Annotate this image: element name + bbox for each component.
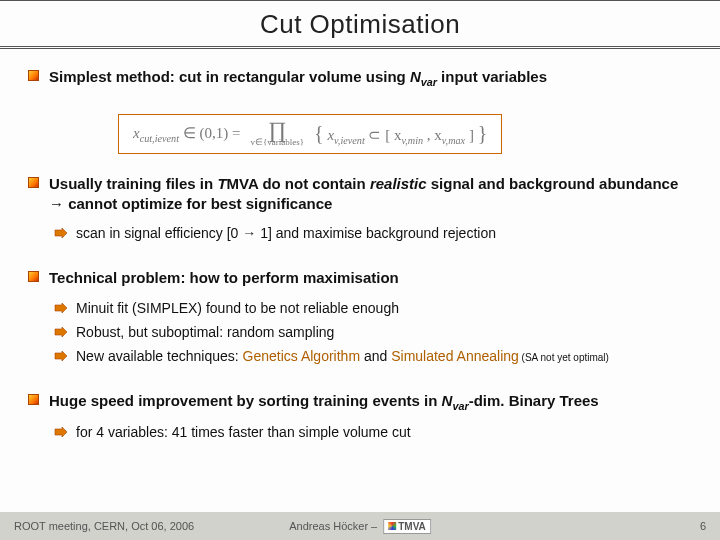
arrow-icon [54, 225, 68, 243]
subbullet-41-times: for 4 variables: 41 times faster than si… [54, 423, 692, 442]
formula-box: xcut,ievent ∈ (0,1) = ∏ v∈{variables} { … [118, 114, 502, 154]
formula-lhs: xcut,ievent ∈ (0,1) = [133, 124, 240, 144]
formula-rhs: { xv,ievent ⊂ [ xv,min , xv,max ] } [314, 122, 487, 146]
subbullet-minuit: Minuit fit (SIMPLEX) found to be not rel… [54, 299, 692, 318]
footer-center: Andreas Höcker – TMVA [289, 519, 431, 534]
subbullet-random-sampling: Robust, but suboptimal: random sampling [54, 323, 692, 342]
formula-product: ∏ v∈{variables} [250, 121, 304, 147]
subbullet-text: New available techniques: Genetics Algor… [76, 347, 609, 365]
tmva-logo: TMVA [383, 519, 431, 534]
bullet-icon [28, 177, 39, 188]
arrow-icon [54, 324, 68, 342]
bullet-technical-problem: Technical problem: how to perform maximi… [28, 268, 692, 288]
bullet-text: Huge speed improvement by sorting traini… [49, 391, 599, 414]
bullet-text: Simplest method: cut in rectangular volu… [49, 67, 547, 90]
arrow-icon [54, 348, 68, 366]
arrow-icon [54, 300, 68, 318]
bullet-text: Technical problem: how to perform maximi… [49, 268, 399, 288]
bullet-simplest-method: Simplest method: cut in rectangular volu… [28, 67, 692, 90]
footer-left: ROOT meeting, CERN, Oct 06, 2006 [14, 520, 194, 532]
title-bar: Cut Optimisation [0, 0, 720, 49]
bullet-icon [28, 271, 39, 282]
bullet-text: Usually training files in TMVA do not co… [49, 174, 692, 215]
subbullet-scan-efficiency: scan in signal efficiency [0 → 1] and ma… [54, 224, 692, 243]
logo-icon [388, 522, 396, 530]
footer-author: Andreas Höcker – [289, 520, 377, 532]
footer-bar: ROOT meeting, CERN, Oct 06, 2006 Andreas… [0, 512, 720, 540]
bullet-icon [28, 394, 39, 405]
slide-title: Cut Optimisation [0, 9, 720, 40]
subbullet-text: for 4 variables: 41 times faster than si… [76, 423, 411, 441]
bullet-training-files: Usually training files in TMVA do not co… [28, 174, 692, 215]
subbullet-text: scan in signal efficiency [0 → 1] and ma… [76, 224, 496, 242]
arrow-icon [54, 424, 68, 442]
bullet-icon [28, 70, 39, 81]
subbullet-text: Robust, but suboptimal: random sampling [76, 323, 334, 341]
page-number: 6 [700, 520, 706, 532]
slide-content: Simplest method: cut in rectangular volu… [0, 49, 720, 442]
subbullet-text: Minuit fit (SIMPLEX) found to be not rel… [76, 299, 399, 317]
subbullet-new-techniques: New available techniques: Genetics Algor… [54, 347, 692, 366]
bullet-speed-improvement: Huge speed improvement by sorting traini… [28, 391, 692, 414]
